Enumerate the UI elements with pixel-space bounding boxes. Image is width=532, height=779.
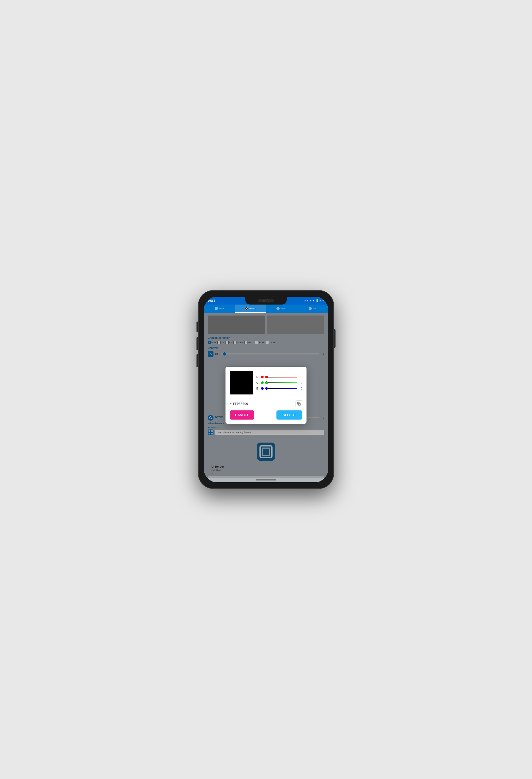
color-picker-dialog: R 0 G <box>225 367 307 424</box>
r-dot <box>261 376 264 378</box>
green-row: G 0 <box>256 381 302 384</box>
phone-inner: 20:34 ▤ ▶ ✦ ⊙ LTE ▲ 🔋 60% ⌂ home <box>204 297 328 482</box>
tab-color1[interactable]: 🎨 color1 <box>266 305 297 313</box>
palette-icon-1: ● <box>245 307 248 310</box>
svg-rect-0 <box>298 403 301 406</box>
r-slider[interactable] <box>265 377 297 377</box>
home-bar <box>256 479 276 480</box>
r-value: 0 <box>298 375 302 378</box>
notch <box>245 297 287 305</box>
notch-camera <box>258 299 274 302</box>
battery-percent: 60% <box>320 299 324 302</box>
r-slider-thumb <box>265 376 268 378</box>
tab-color1-label: color1 <box>281 307 286 310</box>
battery-icon: 🔋 <box>316 299 319 302</box>
status-right-icons: ⊙ LTE ▲ 🔋 60% <box>304 299 324 302</box>
notch-speaker <box>263 300 265 302</box>
hex-row: # FF000000 <box>230 398 302 407</box>
hex-hash: # <box>230 402 231 406</box>
top-nav: ⌂ home ● 000000 🎨 color1 🎨 ### <box>204 305 328 313</box>
g-value: 0 <box>298 381 302 384</box>
color-preview-box <box>230 371 253 395</box>
b-slider-thumb <box>265 387 268 390</box>
phone-shell: 20:34 ▤ ▶ ✦ ⊙ LTE ▲ 🔋 60% ⌂ home <box>198 290 334 489</box>
select-button[interactable]: SELECT <box>276 410 302 420</box>
dialog-buttons: CANCEL SELECT <box>230 410 302 420</box>
palette-icon-3: 🎨 <box>309 307 312 310</box>
screen: 20:34 ▤ ▶ ✦ ⊙ LTE ▲ 🔋 60% ⌂ home <box>204 297 328 482</box>
tab-home[interactable]: ⌂ home <box>204 305 235 313</box>
blue-row: B 0 <box>256 387 302 390</box>
lte-label: LTE <box>307 299 311 302</box>
rgb-sliders: R 0 G <box>256 371 302 395</box>
wifi-icon: ⊙ <box>304 299 306 302</box>
tab-color-000000[interactable]: ● 000000 <box>235 305 266 313</box>
main-content: Gradient direction None T-B B-T <box>204 313 328 478</box>
g-slider[interactable] <box>265 382 297 383</box>
g-slider-thumb <box>265 381 268 384</box>
copy-button[interactable] <box>295 401 302 407</box>
tab-color-label: 000000 <box>249 307 256 310</box>
b-slider[interactable] <box>265 388 297 389</box>
r-label: R <box>256 375 260 378</box>
front-camera <box>267 299 269 302</box>
b-label: B <box>256 387 260 390</box>
status-time: 20:34 <box>208 299 215 302</box>
cancel-button[interactable]: CANCEL <box>230 410 254 420</box>
home-indicator <box>204 478 328 482</box>
b-dot <box>261 387 264 390</box>
palette-icon-2: 🎨 <box>276 307 280 310</box>
b-value: 0 <box>298 387 302 390</box>
volume-down-button[interactable] <box>197 354 198 367</box>
tab-hash[interactable]: 🎨 ### <box>297 305 328 313</box>
signal-icon: ▲ <box>312 299 315 302</box>
red-row: R 0 <box>256 375 302 378</box>
tab-hash-label: ### <box>313 307 316 310</box>
g-label: G <box>256 381 260 384</box>
dialog-top: R 0 G <box>230 371 302 395</box>
hex-value: FF000000 <box>233 402 294 406</box>
volume-up-button[interactable] <box>197 337 198 350</box>
tab-home-label: home <box>219 307 224 310</box>
g-dot <box>261 381 264 384</box>
dialog-overlay[interactable]: R 0 G <box>204 313 328 478</box>
home-icon: ⌂ <box>215 307 218 310</box>
